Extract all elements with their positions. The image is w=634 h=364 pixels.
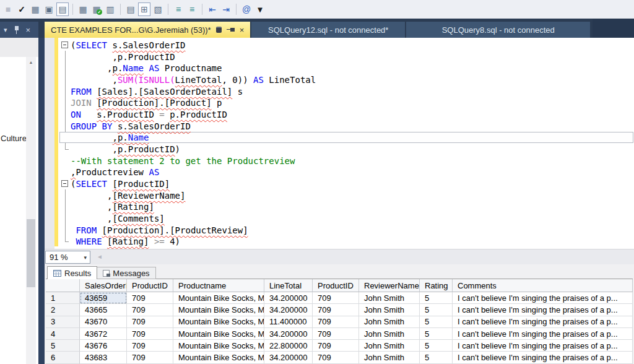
code-line[interactable]: (SELECT s.SalesOrderID bbox=[45, 40, 634, 51]
display-estimated-plan-icon[interactable]: ▦ bbox=[29, 2, 41, 16]
grid-cell[interactable]: John Smith bbox=[359, 340, 420, 352]
grid-cell[interactable]: 709 bbox=[127, 352, 173, 363]
pane-close-icon[interactable]: × bbox=[26, 26, 31, 34]
results-to-grid-icon[interactable]: ⊞ bbox=[138, 2, 150, 16]
include-live-stats-icon[interactable]: ▦✓ bbox=[90, 2, 103, 16]
column-header[interactable]: ProductID bbox=[127, 279, 173, 292]
code-line-current[interactable]: ,p.Name bbox=[45, 132, 634, 144]
pane-menu-dropdown-icon[interactable]: ▾ bbox=[4, 27, 7, 33]
code-line[interactable]: JOIN [Production].[Product] p bbox=[45, 97, 634, 109]
tab-cte-examples[interactable]: CTE EXAMPLES FOR...G\G.Jeremiah (53))* × bbox=[45, 22, 250, 38]
grid-cell[interactable]: 43683 bbox=[80, 352, 127, 363]
pin-icon[interactable] bbox=[227, 27, 235, 32]
scrollbar-thumb[interactable] bbox=[27, 219, 35, 287]
code-line[interactable]: WHERE [Rating] >= 4) bbox=[45, 236, 634, 248]
grid-cell[interactable]: I can't believe I'm singing the praises … bbox=[453, 340, 633, 352]
grid-cell[interactable]: Mountain Bike Socks, M bbox=[173, 328, 264, 340]
code-line[interactable]: ,SUM(ISNULL(LineTotal, 0)) AS LineTotal bbox=[45, 74, 634, 86]
grid-cell[interactable]: 34.200000 bbox=[264, 352, 313, 363]
row-number-cell[interactable]: 6 bbox=[46, 352, 80, 363]
row-number-cell[interactable]: 1 bbox=[46, 292, 80, 304]
grid-cell[interactable]: I can't believe I'm singing the praises … bbox=[453, 304, 633, 316]
grid-cell[interactable]: 34.200000 bbox=[264, 292, 313, 304]
column-header[interactable] bbox=[46, 279, 80, 292]
code-line[interactable]: ,p.Name AS Productname bbox=[45, 63, 634, 74]
sql-code-editor[interactable]: (SELECT s.SalesOrderID ,p.ProductID ,p.N… bbox=[45, 38, 634, 249]
grid-cell[interactable]: 709 bbox=[313, 304, 359, 316]
grid-cell[interactable]: 34.200000 bbox=[264, 328, 313, 340]
grid-cell[interactable]: I can't believe I'm singing the praises … bbox=[453, 352, 633, 363]
grid-cell[interactable]: Mountain Bike Socks, M bbox=[173, 304, 264, 316]
row-number-cell[interactable]: 2 bbox=[46, 304, 80, 316]
grid-cell[interactable]: 709 bbox=[127, 328, 173, 340]
grid-cell[interactable]: Mountain Bike Socks, M bbox=[173, 352, 264, 363]
column-header[interactable]: Comments bbox=[453, 279, 633, 292]
pane-splitter[interactable] bbox=[38, 38, 45, 364]
code-line[interactable]: --With statement 2 to get the Productrev… bbox=[45, 155, 634, 167]
tab-sqlquery8[interactable]: SQLQuery8.sql - not connected bbox=[406, 22, 590, 38]
grid-cell[interactable]: I can't believe I'm singing the praises … bbox=[453, 316, 633, 328]
grid-cell[interactable]: 709 bbox=[313, 316, 359, 328]
column-header[interactable]: Productname bbox=[173, 279, 264, 292]
grid-cell[interactable]: Mountain Bike Socks, M bbox=[173, 292, 264, 304]
grid-cell[interactable]: John Smith bbox=[359, 292, 420, 304]
code-line[interactable]: FROM [Sales].[SalesOrderDetail] s bbox=[45, 86, 634, 98]
grid-cell[interactable]: 5 bbox=[420, 304, 453, 316]
column-header[interactable]: LineTotal bbox=[264, 279, 313, 292]
grid-cell[interactable]: 43659 bbox=[80, 292, 127, 304]
grid-cell[interactable]: John Smith bbox=[359, 316, 420, 328]
grid-cell[interactable]: Mountain Bike Socks, M bbox=[173, 316, 264, 328]
zoom-level-dropdown[interactable]: 91 % ▾ bbox=[45, 251, 90, 264]
column-header[interactable]: SalesOrderID bbox=[80, 279, 127, 292]
code-line[interactable]: FROM [Production].[ProductReview] bbox=[45, 225, 634, 236]
include-client-stats-icon[interactable]: ▥ bbox=[104, 2, 116, 16]
fold-collapse-icon[interactable] bbox=[61, 180, 68, 187]
close-icon[interactable]: × bbox=[240, 25, 245, 35]
grid-cell[interactable]: 43672 bbox=[80, 328, 127, 340]
grid-cell[interactable]: 34.200000 bbox=[264, 304, 313, 316]
parse-query-icon[interactable]: ✓ bbox=[15, 2, 28, 16]
grid-cell[interactable]: 709 bbox=[127, 340, 173, 352]
grid-cell[interactable]: 5 bbox=[420, 352, 453, 363]
template-parameters-icon[interactable]: @ bbox=[240, 2, 253, 16]
row-number-cell[interactable]: 5 bbox=[46, 340, 80, 352]
grid-cell[interactable]: 709 bbox=[313, 352, 359, 363]
tab-messages[interactable]: Messages bbox=[97, 267, 155, 279]
grid-cell[interactable]: I can't believe I'm singing the praises … bbox=[453, 292, 633, 304]
pane-pin-icon[interactable] bbox=[14, 26, 19, 34]
grid-cell[interactable]: Mountain Bike Socks, M bbox=[173, 340, 264, 352]
row-number-cell[interactable]: 3 bbox=[46, 316, 80, 328]
results-to-text-icon[interactable]: ▤ bbox=[124, 2, 137, 16]
code-line[interactable]: ,[ReviewerName] bbox=[45, 190, 634, 202]
grid-cell[interactable]: 709 bbox=[313, 340, 359, 352]
grid-cell[interactable]: 5 bbox=[420, 316, 453, 328]
column-header[interactable]: ReviewerName bbox=[359, 279, 420, 292]
grid-cell[interactable]: 5 bbox=[420, 340, 453, 352]
left-pane-scrollbar[interactable]: ▲ bbox=[26, 57, 36, 364]
grid-cell[interactable]: 709 bbox=[127, 292, 173, 304]
grid-cell[interactable]: 709 bbox=[127, 316, 173, 328]
tab-results[interactable]: Results bbox=[47, 266, 97, 279]
grid-cell[interactable]: I can't believe I'm singing the praises … bbox=[453, 328, 633, 340]
fold-collapse-icon[interactable] bbox=[61, 41, 68, 48]
grid-cell[interactable]: 709 bbox=[127, 304, 173, 316]
code-line[interactable]: GROUP BY s.SalesOrderID bbox=[45, 121, 634, 132]
grid-cell[interactable]: 22.800000 bbox=[264, 340, 313, 352]
grid-cell[interactable]: 709 bbox=[313, 328, 359, 340]
comment-lines-icon[interactable]: ≡ bbox=[172, 2, 185, 16]
grid-cell[interactable]: 11.400000 bbox=[264, 316, 313, 328]
toolbar-overflow-icon[interactable]: ▾ bbox=[254, 2, 266, 16]
increase-indent-icon[interactable]: ⇥ bbox=[220, 2, 232, 16]
grid-cell[interactable]: 43665 bbox=[80, 304, 127, 316]
results-to-file-icon[interactable]: ▧ bbox=[152, 2, 164, 16]
grid-cell[interactable]: John Smith bbox=[359, 352, 420, 363]
column-header[interactable]: Rating bbox=[420, 279, 453, 292]
grid-cell[interactable]: John Smith bbox=[359, 304, 420, 316]
uncomment-lines-icon[interactable]: ≡ bbox=[186, 2, 198, 16]
grid-cell[interactable]: 43670 bbox=[80, 316, 127, 328]
scroll-up-icon[interactable]: ▲ bbox=[26, 57, 36, 67]
code-line[interactable]: ,p.ProductID) bbox=[45, 144, 634, 155]
tab-sqlquery12[interactable]: SQLQuery12.sql - not connected* bbox=[251, 22, 405, 38]
grid-cell[interactable]: 5 bbox=[420, 328, 453, 340]
query-options-icon[interactable]: ▣ bbox=[43, 2, 55, 16]
